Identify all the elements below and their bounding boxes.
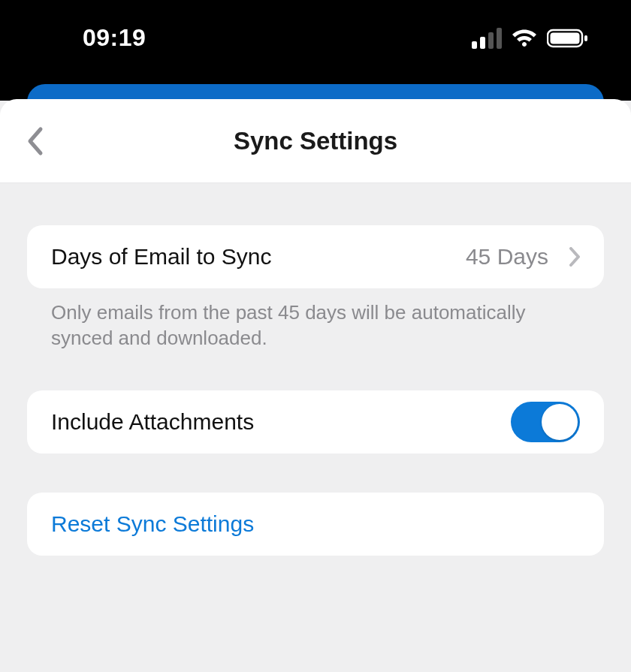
include-attachments-label: Include Attachments — [51, 409, 499, 435]
svg-rect-1 — [480, 37, 485, 49]
svg-rect-3 — [497, 28, 502, 49]
include-attachments-row: Include Attachments — [51, 390, 580, 454]
status-icons — [472, 28, 589, 49]
reset-sync-card: Reset Sync Settings — [27, 493, 604, 556]
svg-rect-2 — [488, 32, 494, 49]
wifi-icon — [511, 28, 538, 49]
include-attachments-card: Include Attachments — [27, 390, 604, 454]
settings-content: Days of Email to Sync 45 Days Only email… — [0, 183, 631, 672]
reset-sync-row[interactable]: Reset Sync Settings — [51, 493, 580, 556]
status-bar-area: 09:19 — [0, 0, 631, 101]
status-time: 09:19 — [42, 24, 146, 52]
chevron-right-icon — [569, 247, 580, 267]
toggle-knob — [542, 404, 578, 440]
days-to-sync-value: 45 Days — [466, 244, 548, 270]
svg-rect-5 — [551, 32, 580, 44]
battery-icon — [547, 28, 589, 49]
days-to-sync-label: Days of Email to Sync — [51, 244, 454, 270]
cell-signal-icon — [472, 28, 502, 49]
days-to-sync-row[interactable]: Days of Email to Sync 45 Days — [51, 225, 580, 288]
reset-sync-label: Reset Sync Settings — [51, 511, 254, 537]
page-title: Sync Settings — [0, 127, 631, 155]
chevron-left-icon — [27, 126, 44, 156]
include-attachments-toggle[interactable] — [511, 402, 580, 442]
navigation-header: Sync Settings — [0, 99, 631, 183]
status-bar: 09:19 — [0, 0, 631, 52]
svg-rect-6 — [584, 35, 587, 41]
days-to-sync-card: Days of Email to Sync 45 Days — [27, 225, 604, 288]
svg-rect-0 — [472, 41, 477, 49]
back-button[interactable] — [27, 125, 60, 158]
days-to-sync-description: Only emails from the past 45 days will b… — [51, 300, 580, 351]
